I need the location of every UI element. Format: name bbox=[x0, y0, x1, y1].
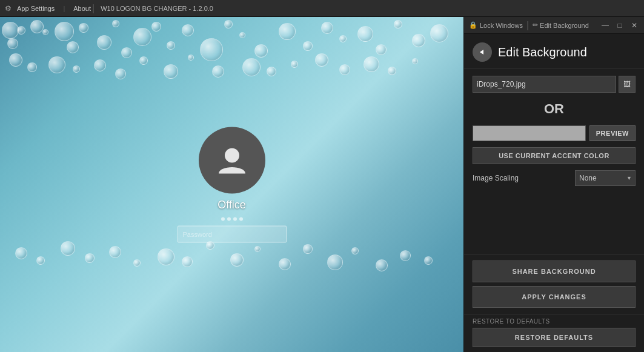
water-drop bbox=[17, 26, 25, 35]
password-field-preview: Password bbox=[178, 225, 287, 242]
water-drop bbox=[254, 246, 261, 252]
water-drop bbox=[133, 28, 151, 46]
water-drop bbox=[351, 247, 359, 254]
water-drop bbox=[85, 253, 95, 263]
water-drop bbox=[230, 253, 244, 267]
scaling-row: Image Scaling None Fill Fit Stretch Tile… bbox=[473, 170, 636, 186]
preview-area: Office Password bbox=[0, 17, 463, 352]
water-drop bbox=[327, 254, 343, 270]
water-drop bbox=[36, 256, 45, 265]
water-drop bbox=[239, 32, 245, 38]
minimize-btn[interactable]: — bbox=[600, 21, 610, 30]
restore-btn[interactable]: □ bbox=[615, 21, 625, 30]
water-drop bbox=[424, 256, 433, 265]
restore-defaults-button[interactable]: RESTORE DEFAULTS bbox=[473, 328, 636, 347]
water-drop bbox=[279, 23, 296, 40]
window-controls: — □ ✕ bbox=[600, 21, 639, 30]
water-drop bbox=[15, 247, 27, 259]
water-drop bbox=[27, 62, 37, 72]
edit-background-titlebar[interactable]: ✏ Edit Background bbox=[533, 21, 589, 29]
water-drop bbox=[363, 56, 379, 72]
color-preview-row: PREVIEW bbox=[473, 125, 636, 141]
pin-dots bbox=[221, 217, 243, 221]
water-drop bbox=[164, 64, 178, 79]
water-drop bbox=[55, 22, 74, 41]
user-name: Office bbox=[217, 198, 246, 211]
arrow-right-icon bbox=[477, 47, 487, 57]
water-drop bbox=[291, 61, 298, 68]
panel-header: Edit Background bbox=[464, 34, 644, 68]
water-drop bbox=[400, 250, 411, 261]
accent-color-button[interactable]: USE CURRENT ACCENT COLOR bbox=[473, 147, 636, 164]
water-drop bbox=[182, 24, 194, 36]
pin-dot-3 bbox=[233, 217, 237, 221]
scaling-select[interactable]: None Fill Fit Stretch Tile Center bbox=[575, 170, 636, 186]
water-drop bbox=[339, 35, 347, 42]
pin-dot-1 bbox=[221, 217, 225, 221]
water-drop bbox=[206, 241, 214, 250]
restore-defaults-section: RESTORE TO DEFAULTS RESTORE DEFAULTS bbox=[464, 314, 644, 352]
menu-item-settings[interactable]: App Settings bbox=[17, 5, 55, 12]
file-input[interactable] bbox=[473, 76, 616, 93]
panel-spacer bbox=[473, 192, 636, 247]
water-drop bbox=[97, 35, 111, 50]
water-drop bbox=[224, 20, 233, 28]
right-panel: 🔒 Lock Windows | ✏ Edit Background — □ ✕… bbox=[463, 17, 644, 352]
back-button[interactable] bbox=[473, 42, 492, 62]
password-placeholder: Password bbox=[183, 230, 212, 237]
water-drop bbox=[48, 56, 65, 73]
user-avatar bbox=[199, 127, 265, 193]
lock-windows-btn[interactable]: 🔒 Lock Windows bbox=[469, 21, 523, 29]
restore-defaults-label: RESTORE TO DEFAULTS bbox=[473, 318, 636, 325]
water-drop bbox=[121, 47, 132, 58]
water-drop bbox=[158, 248, 174, 265]
file-input-row: 🖼 bbox=[473, 76, 636, 93]
app-titlebar: ⚙ App Settings | About | W10 LOGON BG CH… bbox=[0, 0, 644, 17]
color-swatch[interactable] bbox=[473, 125, 586, 141]
app-icon: ⚙ bbox=[5, 4, 13, 13]
water-drop bbox=[394, 20, 402, 28]
share-background-button[interactable]: SHARE BACKGROUND bbox=[473, 261, 636, 282]
water-drop bbox=[376, 259, 388, 271]
water-drop bbox=[188, 55, 194, 61]
water-drop bbox=[9, 53, 22, 67]
water-drop bbox=[212, 65, 224, 78]
water-drop bbox=[167, 41, 175, 50]
edit-icon: ✏ bbox=[533, 21, 538, 29]
titlebar-sep: | bbox=[92, 3, 95, 14]
lock-label: Lock Windows bbox=[480, 22, 523, 29]
water-drop bbox=[303, 244, 313, 254]
water-drop bbox=[61, 241, 75, 256]
water-drop bbox=[30, 20, 44, 33]
panel-bottom: SHARE BACKGROUND APPLY CHANGES bbox=[464, 254, 644, 314]
menu-separator: | bbox=[63, 5, 65, 12]
water-drop bbox=[94, 59, 106, 71]
lock-icon: 🔒 bbox=[469, 21, 477, 29]
water-drop bbox=[42, 29, 48, 35]
water-drop bbox=[79, 23, 88, 33]
water-drop bbox=[412, 58, 418, 64]
panel-titlebar: 🔒 Lock Windows | ✏ Edit Background — □ ✕ bbox=[464, 17, 644, 34]
water-drop bbox=[321, 22, 333, 34]
water-drop bbox=[182, 256, 193, 267]
water-drop bbox=[242, 58, 261, 76]
browse-icon: 🖼 bbox=[623, 80, 631, 88]
water-drop bbox=[7, 38, 18, 49]
menu-item-about[interactable]: About bbox=[73, 5, 91, 12]
water-drop bbox=[115, 68, 126, 79]
water-drop bbox=[254, 44, 268, 58]
file-browse-btn[interactable]: 🖼 bbox=[619, 76, 636, 93]
water-drop bbox=[151, 22, 161, 32]
login-overlay: Office Password bbox=[178, 127, 287, 242]
water-drop bbox=[67, 41, 79, 53]
water-drop bbox=[109, 246, 121, 258]
apply-changes-button[interactable]: APPLY CHANGES bbox=[473, 286, 636, 308]
edit-label: Edit Background bbox=[540, 22, 589, 29]
svg-point-0 bbox=[225, 148, 239, 162]
preview-button[interactable]: PREVIEW bbox=[589, 125, 636, 141]
water-drop bbox=[303, 41, 313, 51]
panel-titlebar-sep: | bbox=[526, 20, 529, 31]
water-drop bbox=[112, 20, 119, 27]
water-drop bbox=[376, 44, 387, 55]
close-btn[interactable]: ✕ bbox=[629, 21, 639, 30]
